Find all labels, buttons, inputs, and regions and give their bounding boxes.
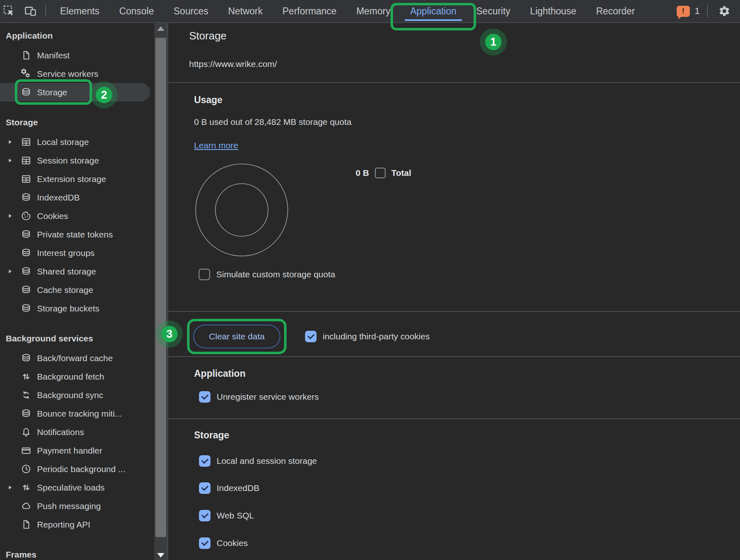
database-icon (20, 352, 32, 364)
sidebar-item-background-sync[interactable]: Background sync (0, 386, 150, 404)
sidebar-item-label: Periodic background ... (37, 464, 125, 474)
tab-console[interactable]: Console (111, 0, 162, 22)
usage-heading: Usage (194, 94, 222, 106)
toolbar-separator (707, 5, 708, 17)
chevron-right-icon[interactable] (7, 485, 20, 491)
sidebar-scrollbar[interactable] (154, 22, 167, 560)
indexeddb-checkbox[interactable] (199, 482, 210, 494)
table-icon (20, 173, 32, 185)
toolbar-right-cluster: ! 1 (677, 0, 740, 22)
sidebar-section-storage: Storage (0, 112, 154, 133)
tab-elements[interactable]: Elements (52, 0, 108, 22)
file-icon (20, 519, 32, 531)
application-section-heading: Application (194, 368, 245, 379)
sidebar-item-indexeddb[interactable]: IndexedDB (0, 188, 150, 207)
devtools-window: Elements Console Sources Network Perform… (0, 0, 740, 560)
chevron-right-icon[interactable] (7, 139, 20, 145)
scrollbar-down-arrow-icon[interactable] (157, 553, 164, 558)
cookies-label: Cookies (217, 538, 248, 548)
chevron-right-icon[interactable] (7, 213, 20, 219)
tab-network[interactable]: Network (220, 0, 271, 22)
sidebar-item-interest-groups[interactable]: Interest groups (0, 244, 150, 262)
sidebar-item-speculative-loads[interactable]: Speculative loads (0, 478, 150, 497)
sidebar-item-reporting-api[interactable]: Reporting API (0, 515, 150, 534)
file-icon (20, 49, 32, 62)
tab-application-label: Application (410, 6, 457, 16)
sidebar-item-storage[interactable]: Storage (0, 83, 150, 101)
table-icon (20, 136, 32, 148)
sidebar-item-label: Background sync (37, 390, 103, 400)
clear-site-data-row: Clear site data including third-party co… (193, 325, 430, 348)
usage-summary: 0 B used out of 28,482 MB storage quota (194, 117, 352, 127)
cloud-icon (20, 500, 32, 512)
sidebar-item-label: IndexedDB (37, 193, 80, 203)
total-checkbox[interactable] (375, 168, 386, 178)
sidebar-item-label: Private state tokens (37, 230, 113, 240)
third-party-cookies-checkbox[interactable] (305, 331, 317, 342)
tab-application[interactable]: Application (402, 0, 465, 22)
unregister-sw-checkbox[interactable] (199, 391, 210, 403)
service-workers-icon (20, 68, 32, 80)
usage-donut-chart (194, 163, 289, 257)
tab-sources[interactable]: Sources (165, 0, 216, 22)
sidebar-item-label: Storage (37, 88, 67, 97)
sidebar-section-background-services: Background services (0, 328, 154, 349)
sidebar-item-extension-storage[interactable]: Extension storage (0, 170, 150, 188)
database-icon (20, 191, 32, 204)
chevron-right-icon[interactable] (7, 158, 20, 164)
sidebar-item-label: Shared storage (37, 267, 96, 277)
sidebar-item-label: Local storage (37, 137, 89, 147)
sidebar-item-label: Payment handler (37, 446, 102, 456)
cookies-checkbox[interactable] (199, 537, 210, 549)
simulate-quota-checkbox[interactable] (199, 269, 210, 280)
sidebar-item-shared-storage[interactable]: Shared storage (0, 262, 150, 281)
tab-security[interactable]: Security (468, 0, 518, 22)
sidebar-item-cookies[interactable]: Cookies (0, 207, 150, 225)
tab-recorder[interactable]: Recorder (588, 0, 643, 22)
annotation-step-3: 3 (161, 326, 178, 342)
sidebar-item-payment-handler[interactable]: Payment handler (0, 441, 150, 460)
scrollbar-up-arrow-icon[interactable] (157, 26, 164, 31)
clock-icon (20, 463, 32, 475)
legend-value: 0 B (356, 168, 369, 178)
sidebar-item-manifest[interactable]: Manifest (0, 46, 150, 65)
database-icon (20, 284, 32, 296)
error-badge-icon[interactable]: ! (677, 6, 690, 17)
sidebar-item-label: Interest groups (37, 248, 95, 258)
scrollbar-thumb[interactable] (155, 38, 166, 537)
section-divider (168, 356, 740, 357)
sidebar-item-private-state-tokens[interactable]: Private state tokens (0, 225, 150, 244)
annotation-step-2: 2 (96, 87, 112, 103)
toolbar-separator (45, 5, 46, 17)
clear-site-data-button[interactable]: Clear site data (193, 325, 280, 348)
local-session-storage-checkbox[interactable] (199, 455, 210, 467)
sidebar-item-label: Push messaging (37, 501, 101, 511)
sidebar-item-back-forward-cache[interactable]: Back/forward cache (0, 349, 150, 367)
sidebar-item-bounce-tracking[interactable]: Bounce tracking miti... (0, 404, 150, 423)
section-divider (168, 418, 740, 419)
sidebar-item-local-storage[interactable]: Local storage (0, 133, 150, 151)
indexeddb-row: IndexedDB (199, 482, 259, 494)
sidebar-item-periodic-background[interactable]: Periodic background ... (0, 460, 150, 478)
sidebar-item-storage-buckets[interactable]: Storage buckets (0, 299, 150, 318)
sidebar-item-cache-storage[interactable]: Cache storage (0, 281, 150, 299)
database-icon (20, 86, 32, 99)
settings-gear-icon[interactable] (715, 0, 733, 22)
tab-performance[interactable]: Performance (274, 0, 345, 22)
sidebar-item-notifications[interactable]: Notifications (0, 423, 150, 441)
sidebar-item-label: Background fetch (37, 372, 104, 382)
inspect-icon[interactable] (0, 0, 18, 22)
tab-memory[interactable]: Memory (348, 0, 399, 22)
chevron-right-icon[interactable] (7, 269, 20, 274)
learn-more-link[interactable]: Learn more (194, 141, 238, 150)
sidebar-item-push-messaging[interactable]: Push messaging (0, 497, 150, 515)
sidebar-item-label: Cache storage (37, 285, 93, 295)
web-sql-checkbox[interactable] (199, 510, 210, 521)
sidebar-item-background-fetch[interactable]: Background fetch (0, 367, 150, 386)
sidebar-item-service-workers[interactable]: Service workers (0, 65, 150, 83)
device-toolbar-icon[interactable] (21, 0, 39, 22)
table-icon (20, 154, 32, 167)
tab-lighthouse[interactable]: Lighthouse (522, 0, 585, 22)
sidebar-item-label: Cookies (37, 211, 68, 221)
sidebar-item-session-storage[interactable]: Session storage (0, 151, 150, 170)
